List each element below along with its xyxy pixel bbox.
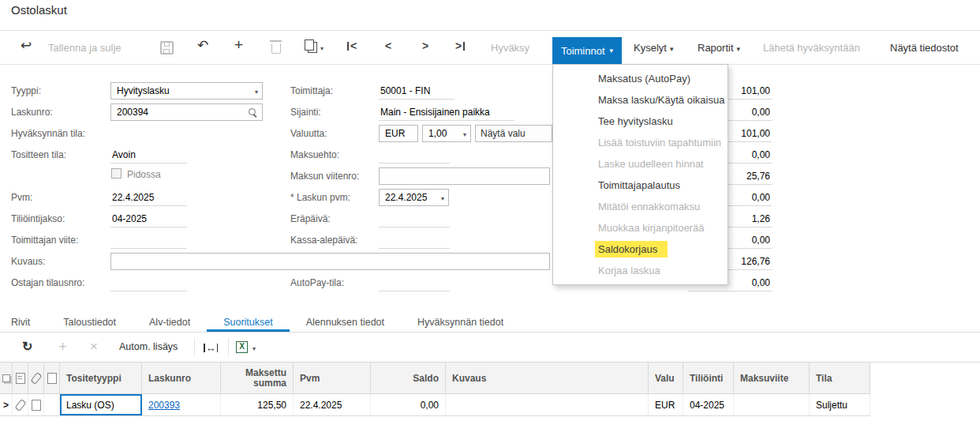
menu-item-laske-uudelleen-hinnat: Laske uudelleen hinnat bbox=[553, 153, 728, 175]
tab-suoritukset[interactable]: Suoritukset bbox=[207, 311, 290, 332]
main-toolbar: ↩ Tallenna ja sulje ↶ + ▾ < < > > Hyväks… bbox=[0, 30, 980, 65]
laskunro-input[interactable]: 200394 bbox=[110, 103, 263, 121]
tab-taloustiedot[interactable]: Taloustiedot bbox=[47, 311, 133, 332]
copy-paste-caret-icon[interactable]: ▾ bbox=[320, 46, 324, 52]
cell-valuutta: EUR bbox=[649, 394, 683, 415]
grid-icon bbox=[2, 374, 10, 382]
caret-down-icon: ▾ bbox=[670, 45, 674, 53]
reports-button[interactable]: Raportit▾ bbox=[698, 42, 740, 54]
trash-icon bbox=[271, 43, 281, 54]
caret-down-icon[interactable]: ▾ bbox=[441, 195, 444, 202]
export-excel-icon[interactable]: X bbox=[236, 341, 248, 353]
kassa-alepaiva-input[interactable] bbox=[379, 231, 450, 249]
toolbar-divider bbox=[194, 338, 195, 356]
row-files-cell[interactable] bbox=[28, 394, 44, 415]
actions-button-label: Toiminnot bbox=[561, 45, 605, 57]
maksuehto-input[interactable] bbox=[379, 146, 450, 164]
kuvaus-label: Kuvaus: bbox=[11, 256, 45, 267]
maksun-viitenro-input[interactable] bbox=[379, 167, 550, 185]
document-icon bbox=[32, 400, 41, 411]
copy-paste-icon[interactable] bbox=[308, 42, 317, 53]
notes-icon bbox=[16, 373, 25, 384]
fit-width-icon[interactable]: ↔ bbox=[204, 342, 218, 354]
pvm-value[interactable]: 22.4.2025 bbox=[110, 189, 187, 206]
column-header-laskunro[interactable]: Laskunro bbox=[142, 363, 221, 393]
last-record-button[interactable]: > bbox=[455, 40, 465, 51]
column-header-tositetyyppi[interactable]: Tositetyyppi bbox=[60, 363, 142, 393]
menu-item-tee-hyvityslasku[interactable]: Tee hyvityslasku bbox=[553, 111, 728, 132]
export-caret-icon[interactable]: ▾ bbox=[252, 346, 256, 352]
toimittajan-viite-input[interactable] bbox=[110, 231, 187, 249]
back-icon[interactable]: ↩ bbox=[21, 39, 32, 52]
table-row[interactable]: > Lasku (OS) 200393 125,50 22.4.2025 0,0… bbox=[0, 394, 870, 416]
auto-add-button[interactable]: Autom. lisäys bbox=[119, 341, 178, 352]
valuutta-input[interactable]: EUR bbox=[379, 125, 418, 142]
menu-item-korjaa-laskua: Korjaa laskua bbox=[553, 260, 728, 281]
tab-rivit[interactable]: Rivit bbox=[11, 311, 47, 332]
hyvaksynnan-tila-label: Hyväksynnän tila: bbox=[11, 128, 85, 139]
column-header-maksuviite[interactable]: Maksuviite bbox=[734, 363, 810, 393]
ostajan-tilausnro-input[interactable] bbox=[110, 274, 187, 291]
sijainti-label: Sijainti: bbox=[290, 107, 321, 118]
menu-item-maksa-lasku[interactable]: Maksa lasku/Käytä oikaisua bbox=[553, 89, 728, 111]
kurssi-combo[interactable]: 1,00 ▾ bbox=[422, 125, 471, 142]
first-record-button[interactable]: < bbox=[347, 40, 357, 51]
column-header-tiliointi[interactable]: Tiliöinti bbox=[683, 363, 734, 393]
laskun-pvm-combo[interactable]: 22.4.2025 ▾ bbox=[379, 189, 449, 206]
files-column-header bbox=[28, 363, 44, 393]
prev-record-button[interactable]: < bbox=[385, 40, 391, 51]
pidossa-checkbox[interactable] bbox=[111, 168, 122, 179]
column-header-maksettu-summa[interactable]: Maksettu summa bbox=[221, 363, 294, 393]
column-header-kuvaus[interactable]: Kuvaus bbox=[446, 363, 649, 393]
maksun-viitenro-label: Maksun viitenro: bbox=[290, 171, 359, 182]
nayta-valuutassa-button[interactable]: Näytä valu bbox=[475, 125, 552, 142]
reports-label: Raportit bbox=[698, 42, 734, 54]
grid-toolbar: ↻ + × Autom. lisäys ↔ X ▾ bbox=[0, 333, 980, 363]
tab-hyvaksynnan-tiedot[interactable]: Hyväksynnän tiedot bbox=[401, 311, 520, 332]
cell-maksettu-summa: 125,50 bbox=[221, 394, 294, 415]
next-record-button[interactable]: > bbox=[422, 40, 428, 51]
cell-tositetyyppi[interactable]: Lasku (OS) bbox=[60, 394, 142, 415]
autopay-tila-value bbox=[379, 274, 450, 291]
column-header-tila[interactable]: Tila bbox=[810, 363, 870, 393]
menu-item-toimittajapalautus[interactable]: Toimittajapalautus bbox=[553, 175, 728, 196]
tab-alv-tiedot[interactable]: Alv-tiedot bbox=[133, 311, 207, 332]
laskunro-link[interactable]: 200393 bbox=[148, 400, 180, 411]
add-record-icon[interactable]: + bbox=[234, 37, 243, 52]
menu-item-saldokorjaus[interactable]: Saldokorjaus bbox=[553, 239, 728, 260]
chevron-left-icon: < bbox=[350, 40, 357, 51]
toimittaja-label: Toimittaja: bbox=[290, 85, 333, 96]
erapaiva-label: Eräpäivä: bbox=[290, 213, 331, 224]
actions-button[interactable]: Toiminnot ▾ bbox=[552, 37, 622, 64]
caret-down-icon[interactable]: ▾ bbox=[463, 131, 466, 138]
tab-alennuksen-tiedot[interactable]: Alennuksen tiedot bbox=[290, 311, 401, 332]
kuvaus-input[interactable] bbox=[110, 253, 550, 270]
row-selector-header bbox=[0, 363, 13, 393]
valuutta-label: Valuutta: bbox=[290, 128, 327, 139]
document-column-header bbox=[44, 363, 60, 393]
laskun-pvm-value: 22.4.2025 bbox=[385, 192, 427, 203]
send-to-approval-button: Lähetä hyväksyntään bbox=[763, 42, 860, 54]
tiliointijakso-value[interactable]: 04-2025 bbox=[110, 210, 187, 227]
actions-dropdown-menu: Maksatus (AutoPay) Maksa lasku/Käytä oik… bbox=[552, 64, 728, 285]
chevron-right-icon: > bbox=[455, 40, 462, 51]
menu-item-maksatus-autopay[interactable]: Maksatus (AutoPay) bbox=[553, 68, 728, 89]
delete-icon bbox=[271, 40, 281, 54]
column-header-saldo[interactable]: Saldo bbox=[371, 363, 446, 393]
column-header-pvm[interactable]: Pvm bbox=[294, 363, 371, 393]
row-pointer: > bbox=[0, 394, 13, 415]
column-header-valuutta[interactable]: Valu bbox=[649, 363, 683, 393]
erapaiva-input[interactable] bbox=[379, 210, 450, 227]
refresh-icon[interactable]: ↻ bbox=[22, 340, 32, 353]
menu-item-muokkaa-kirjanpitoeraa: Muokkaa kirjanpitoerää bbox=[553, 217, 728, 239]
undo-icon[interactable]: ↶ bbox=[197, 39, 208, 52]
inquiries-button[interactable]: Kyselyt▾ bbox=[634, 42, 673, 54]
paperclip-icon bbox=[14, 399, 26, 412]
tyyppi-combo[interactable]: Hyvityslasku ▾ bbox=[110, 82, 263, 100]
search-icon[interactable] bbox=[249, 108, 256, 115]
caret-down-icon[interactable]: ▾ bbox=[255, 88, 258, 96]
grid-delete-icon: × bbox=[90, 340, 98, 353]
row-notes-cell[interactable] bbox=[13, 394, 28, 415]
show-files-button[interactable]: Näytä tiedostot bbox=[890, 42, 959, 54]
menu-item-lisaa-toistuviin: Lisää toistuviin tapahtumiin bbox=[553, 132, 728, 153]
